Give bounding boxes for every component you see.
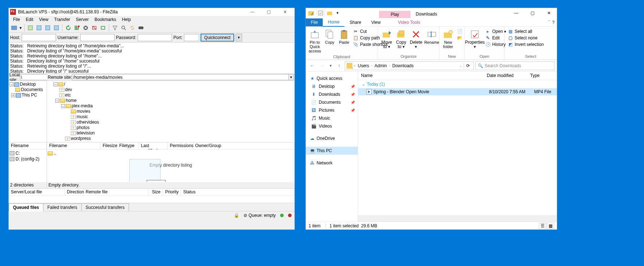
refresh-icon[interactable] <box>64 24 72 32</box>
maximize-button[interactable]: ▢ <box>524 8 541 18</box>
col-filesize[interactable]: Filesize <box>100 142 117 149</box>
remote-path-input[interactable] <box>72 74 289 80</box>
col-name[interactable]: Name <box>358 72 484 80</box>
compare-icon[interactable] <box>137 24 145 32</box>
tab-home[interactable]: Home <box>323 18 344 27</box>
q-col-status[interactable]: Status <box>181 189 295 196</box>
tab-share[interactable]: Share <box>344 18 366 26</box>
expand-icon[interactable]: − <box>55 99 59 103</box>
crumb-dropdown[interactable]: ⌄ <box>459 64 463 68</box>
menu-server[interactable]: Server <box>73 16 91 23</box>
col-permissions[interactable]: Permissions <box>168 142 193 149</box>
easy-access-button[interactable]: 📂 <box>457 35 463 41</box>
expand-icon[interactable]: − <box>61 104 65 108</box>
new-folder-button[interactable]: New folder <box>442 28 455 50</box>
folder-icon[interactable] <box>307 9 315 17</box>
quickconnect-button[interactable]: Quickconnect <box>201 34 234 42</box>
cancel-icon[interactable] <box>82 24 90 32</box>
crumb-downloads[interactable]: Downloads <box>391 63 414 68</box>
menu-edit[interactable]: Edit <box>23 16 36 23</box>
log-panel[interactable]: Status: Retrieving directory listing of … <box>9 43 295 74</box>
col-filename[interactable]: Filename <box>47 142 100 149</box>
edit-button[interactable]: ✎Edit <box>485 35 506 41</box>
sidebar-music[interactable]: 🎵Music <box>306 114 358 122</box>
menu-view[interactable]: View <box>36 16 51 23</box>
remote-path-dropdown[interactable]: ▼ <box>289 74 294 80</box>
disconnect-icon[interactable] <box>90 24 98 32</box>
q-col-remote[interactable]: Remote file <box>83 189 149 196</box>
site-manager-icon[interactable] <box>10 24 18 32</box>
close-button[interactable]: ✕ <box>277 8 293 16</box>
toggle-local-tree-icon[interactable] <box>35 24 43 32</box>
expand-icon[interactable]: − <box>9 82 13 86</box>
minimize-button[interactable]: — <box>244 8 261 16</box>
toggle-remote-tree-icon[interactable] <box>44 24 52 32</box>
titlebar[interactable]: ▼ Play Downloads — ▢ ✕ <box>306 8 557 18</box>
sync-icon[interactable] <box>128 24 136 32</box>
col-owner[interactable]: Owner/Group <box>193 142 295 149</box>
copy-button[interactable]: Copy <box>323 28 336 45</box>
horizontal-scrollbar[interactable] <box>358 215 557 222</box>
help-icon[interactable]: ? <box>552 20 555 25</box>
username-input[interactable] <box>80 34 115 41</box>
recent-dropdown[interactable]: ▼ <box>328 61 333 70</box>
crumb-admin[interactable]: Admin <box>374 63 387 68</box>
port-input[interactable] <box>184 34 199 41</box>
quickconnect-dropdown[interactable]: ▼ <box>236 34 242 42</box>
sidebar-downloads[interactable]: ⬇Downloads📌 <box>306 90 358 98</box>
q-col-server[interactable]: Server/Local file <box>9 189 65 196</box>
sidebar-desktop[interactable]: 🖥Desktop📌 <box>306 82 358 90</box>
file-row[interactable]: Spring - Blender Open Movie 8/10/2020 7:… <box>358 88 557 95</box>
menu-help[interactable]: Help <box>119 16 134 23</box>
collapse-ribbon-icon[interactable]: ˆ <box>549 20 550 25</box>
local-file-list[interactable]: C: D: (config-2) <box>9 150 47 182</box>
filter-icon[interactable] <box>111 24 119 32</box>
properties-button[interactable]: Properties ▾ <box>467 28 483 50</box>
pin-quick-access-button[interactable]: Pin to Quick access <box>308 28 322 54</box>
sidebar-network[interactable]: 🖧Network <box>306 159 358 167</box>
expand-icon[interactable]: + <box>11 93 15 97</box>
quick-access-header[interactable]: ★Quick access <box>306 74 358 82</box>
host-input[interactable] <box>22 34 56 41</box>
sidebar-onedrive[interactable]: ☁OneDrive <box>306 134 358 142</box>
group-today[interactable]: ⌄Today (1) <box>358 80 557 88</box>
toggle-queue-icon[interactable] <box>52 24 60 32</box>
up-button[interactable]: ↑ <box>335 61 343 70</box>
context-tab-play[interactable]: Play <box>379 11 411 18</box>
search-icon[interactable] <box>120 24 128 32</box>
tab-queued[interactable]: Queued files <box>9 203 43 211</box>
properties-icon[interactable] <box>317 9 325 17</box>
search-box[interactable]: 🔍 Search Downloads <box>475 61 555 70</box>
process-queue-icon[interactable] <box>73 24 81 32</box>
select-none-button[interactable]: ▢Select none <box>507 35 544 41</box>
copy-to-button[interactable]: Copy to ▾ <box>395 28 408 50</box>
tab-success[interactable]: Successful transfers <box>81 203 129 211</box>
tab-view[interactable]: View <box>366 18 386 26</box>
column-headers[interactable]: Name Date modified Type <box>358 72 557 80</box>
expand-icon[interactable]: − <box>53 82 57 86</box>
move-to-button[interactable]: Move to ▾ <box>380 28 393 50</box>
sidebar-pictures[interactable]: 🖼Pictures📌 <box>306 106 358 114</box>
menu-file[interactable]: File <box>10 16 23 23</box>
history-button[interactable]: 🕒History <box>485 42 506 47</box>
titlebar[interactable]: BitLaunch VPS - sftp://root@45.61.138.93… <box>9 8 295 16</box>
q-col-size[interactable]: Size <box>149 189 163 196</box>
details-view-button[interactable]: ☰ <box>539 223 546 229</box>
remote-file-list[interactable]: .. Empty directory listing +Copy <box>47 150 295 182</box>
tab-video-tools[interactable]: Video Tools <box>393 18 425 26</box>
close-button[interactable]: ✕ <box>541 8 557 18</box>
paste-button[interactable]: Paste <box>338 28 351 45</box>
sidebar-videos[interactable]: 🎬Videos <box>306 122 358 130</box>
maximize-button[interactable]: ▢ <box>261 8 277 16</box>
delete-button[interactable]: Delete ▾ <box>409 28 423 50</box>
toggle-log-icon[interactable] <box>26 24 34 32</box>
q-col-direction[interactable]: Direction <box>65 189 83 196</box>
col-modified[interactable]: Last modified <box>139 142 168 149</box>
minimize-button[interactable]: — <box>508 8 524 18</box>
password-input[interactable] <box>138 34 172 41</box>
reconnect-icon[interactable] <box>99 24 107 32</box>
col-filename[interactable]: Filename <box>9 142 47 149</box>
open-button[interactable]: ▸Open ▾ <box>485 29 506 34</box>
select-all-button[interactable]: ▦Select all <box>507 29 544 34</box>
new-folder-icon[interactable] <box>326 9 334 17</box>
